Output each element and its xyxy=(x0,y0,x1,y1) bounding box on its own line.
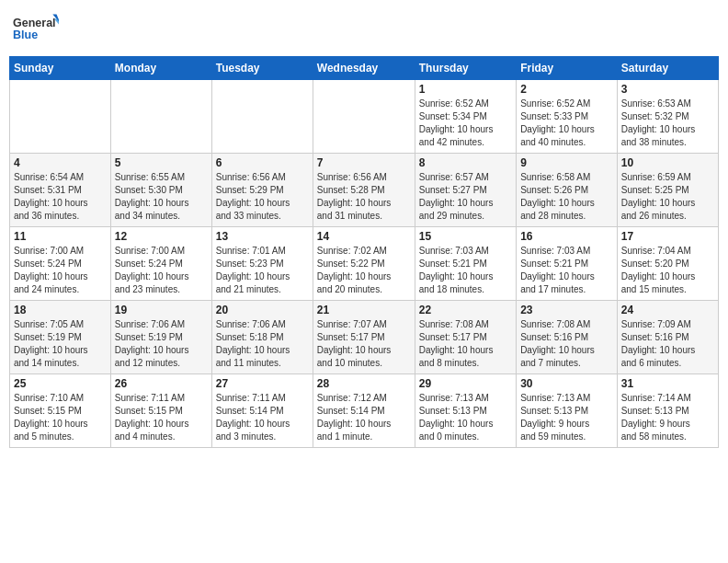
calendar-cell: 27Sunrise: 7:11 AMSunset: 5:14 PMDayligh… xyxy=(211,374,313,448)
day-info: Sunrise: 7:08 AMSunset: 5:17 PMDaylight:… xyxy=(419,318,512,370)
day-info: Sunrise: 7:14 AMSunset: 5:13 PMDaylight:… xyxy=(621,392,714,443)
calendar-cell: 25Sunrise: 7:10 AMSunset: 5:15 PMDayligh… xyxy=(10,374,111,448)
day-number: 30 xyxy=(520,377,613,390)
day-info: Sunrise: 6:59 AMSunset: 5:25 PMDaylight:… xyxy=(621,171,714,223)
calendar-cell: 14Sunrise: 7:02 AMSunset: 5:22 PMDayligh… xyxy=(313,227,415,301)
calendar-cell: 7Sunrise: 6:56 AMSunset: 5:28 PMDaylight… xyxy=(313,154,415,227)
calendar-cell: 16Sunrise: 7:03 AMSunset: 5:21 PMDayligh… xyxy=(517,227,618,301)
day-info: Sunrise: 7:10 AMSunset: 5:15 PMDaylight:… xyxy=(14,392,107,443)
calendar-cell: 26Sunrise: 7:11 AMSunset: 5:15 PMDayligh… xyxy=(110,374,211,448)
day-info: Sunrise: 6:58 AMSunset: 5:26 PMDaylight:… xyxy=(520,171,613,223)
calendar-header: SundayMondayTuesdayWednesdayThursdayFrid… xyxy=(10,57,719,80)
svg-text:Blue: Blue xyxy=(13,29,38,41)
day-number: 15 xyxy=(419,230,512,243)
calendar-cell: 18Sunrise: 7:05 AMSunset: 5:19 PMDayligh… xyxy=(10,301,111,374)
day-number: 5 xyxy=(115,156,208,169)
calendar-cell xyxy=(10,80,111,154)
calendar-table: SundayMondayTuesdayWednesdayThursdayFrid… xyxy=(9,56,719,448)
header-saturday: Saturday xyxy=(617,57,718,80)
day-info: Sunrise: 7:13 AMSunset: 5:13 PMDaylight:… xyxy=(520,392,613,443)
calendar-cell: 13Sunrise: 7:01 AMSunset: 5:23 PMDayligh… xyxy=(211,227,313,301)
day-info: Sunrise: 7:02 AMSunset: 5:22 PMDaylight:… xyxy=(317,245,411,296)
calendar-cell: 24Sunrise: 7:09 AMSunset: 5:16 PMDayligh… xyxy=(617,301,718,374)
day-info: Sunrise: 7:11 AMSunset: 5:14 PMDaylight:… xyxy=(216,392,309,443)
calendar-cell: 21Sunrise: 7:07 AMSunset: 5:17 PMDayligh… xyxy=(313,301,415,374)
calendar-cell: 17Sunrise: 7:04 AMSunset: 5:20 PMDayligh… xyxy=(617,227,718,301)
day-info: Sunrise: 6:56 AMSunset: 5:28 PMDaylight:… xyxy=(317,171,411,223)
day-number: 26 xyxy=(115,377,208,390)
header-wednesday: Wednesday xyxy=(313,57,415,80)
day-info: Sunrise: 7:00 AMSunset: 5:24 PMDaylight:… xyxy=(115,245,208,296)
day-number: 24 xyxy=(621,304,714,316)
calendar-cell: 12Sunrise: 7:00 AMSunset: 5:24 PMDayligh… xyxy=(110,227,211,301)
day-number: 18 xyxy=(14,304,107,316)
day-info: Sunrise: 7:06 AMSunset: 5:19 PMDaylight:… xyxy=(115,318,208,370)
day-number: 29 xyxy=(419,377,512,390)
day-info: Sunrise: 7:05 AMSunset: 5:19 PMDaylight:… xyxy=(14,318,107,370)
day-number: 16 xyxy=(520,230,613,243)
day-number: 17 xyxy=(621,230,714,243)
day-info: Sunrise: 7:12 AMSunset: 5:14 PMDaylight:… xyxy=(317,392,411,443)
calendar-cell: 5Sunrise: 6:55 AMSunset: 5:30 PMDaylight… xyxy=(110,154,211,227)
day-info: Sunrise: 6:52 AMSunset: 5:33 PMDaylight:… xyxy=(520,98,613,149)
day-number: 28 xyxy=(317,377,411,390)
calendar-cell: 31Sunrise: 7:14 AMSunset: 5:13 PMDayligh… xyxy=(617,374,718,448)
page-header: General Blue xyxy=(9,9,719,51)
calendar-cell: 6Sunrise: 6:56 AMSunset: 5:29 PMDaylight… xyxy=(211,154,313,227)
calendar-cell: 22Sunrise: 7:08 AMSunset: 5:17 PMDayligh… xyxy=(415,301,516,374)
day-info: Sunrise: 7:03 AMSunset: 5:21 PMDaylight:… xyxy=(520,245,613,296)
week-row-5: 25Sunrise: 7:10 AMSunset: 5:15 PMDayligh… xyxy=(10,374,719,448)
day-info: Sunrise: 7:09 AMSunset: 5:16 PMDaylight:… xyxy=(621,318,714,370)
day-info: Sunrise: 6:54 AMSunset: 5:31 PMDaylight:… xyxy=(14,171,107,223)
header-thursday: Thursday xyxy=(415,57,516,80)
calendar-cell xyxy=(110,80,211,154)
calendar-cell: 11Sunrise: 7:00 AMSunset: 5:24 PMDayligh… xyxy=(10,227,111,301)
day-number: 1 xyxy=(419,83,512,96)
calendar-cell: 30Sunrise: 7:13 AMSunset: 5:13 PMDayligh… xyxy=(517,374,618,448)
day-info: Sunrise: 6:56 AMSunset: 5:29 PMDaylight:… xyxy=(216,171,309,223)
week-row-3: 11Sunrise: 7:00 AMSunset: 5:24 PMDayligh… xyxy=(10,227,719,301)
calendar-cell: 9Sunrise: 6:58 AMSunset: 5:26 PMDaylight… xyxy=(517,154,618,227)
day-info: Sunrise: 6:52 AMSunset: 5:34 PMDaylight:… xyxy=(419,98,512,149)
day-info: Sunrise: 7:06 AMSunset: 5:18 PMDaylight:… xyxy=(216,318,309,370)
header-sunday: Sunday xyxy=(10,57,111,80)
week-row-4: 18Sunrise: 7:05 AMSunset: 5:19 PMDayligh… xyxy=(10,301,719,374)
day-info: Sunrise: 6:55 AMSunset: 5:30 PMDaylight:… xyxy=(115,171,208,223)
calendar-cell: 10Sunrise: 6:59 AMSunset: 5:25 PMDayligh… xyxy=(617,154,718,227)
day-info: Sunrise: 7:13 AMSunset: 5:13 PMDaylight:… xyxy=(419,392,512,443)
day-number: 27 xyxy=(216,377,309,390)
calendar-cell: 2Sunrise: 6:52 AMSunset: 5:33 PMDaylight… xyxy=(517,80,618,154)
day-number: 11 xyxy=(14,230,107,243)
day-info: Sunrise: 7:04 AMSunset: 5:20 PMDaylight:… xyxy=(621,245,714,296)
day-info: Sunrise: 7:03 AMSunset: 5:21 PMDaylight:… xyxy=(419,245,512,296)
day-number: 6 xyxy=(216,156,309,169)
day-number: 22 xyxy=(419,304,512,316)
calendar-cell: 28Sunrise: 7:12 AMSunset: 5:14 PMDayligh… xyxy=(313,374,415,448)
day-info: Sunrise: 7:01 AMSunset: 5:23 PMDaylight:… xyxy=(216,245,309,296)
calendar-cell: 19Sunrise: 7:06 AMSunset: 5:19 PMDayligh… xyxy=(110,301,211,374)
header-row: SundayMondayTuesdayWednesdayThursdayFrid… xyxy=(10,57,719,80)
day-info: Sunrise: 6:57 AMSunset: 5:27 PMDaylight:… xyxy=(419,171,512,223)
calendar-cell: 4Sunrise: 6:54 AMSunset: 5:31 PMDaylight… xyxy=(10,154,111,227)
day-number: 7 xyxy=(317,156,411,169)
calendar-cell xyxy=(313,80,415,154)
calendar-cell xyxy=(211,80,313,154)
day-number: 19 xyxy=(115,304,208,316)
header-monday: Monday xyxy=(110,57,211,80)
day-number: 4 xyxy=(14,156,107,169)
calendar-cell: 20Sunrise: 7:06 AMSunset: 5:18 PMDayligh… xyxy=(211,301,313,374)
day-number: 2 xyxy=(520,83,613,96)
logo: General Blue xyxy=(13,9,59,51)
svg-text:General: General xyxy=(13,17,56,29)
calendar-body: 1Sunrise: 6:52 AMSunset: 5:34 PMDaylight… xyxy=(10,80,719,448)
day-info: Sunrise: 7:08 AMSunset: 5:16 PMDaylight:… xyxy=(520,318,613,370)
day-number: 31 xyxy=(621,377,714,390)
day-number: 13 xyxy=(216,230,309,243)
day-number: 9 xyxy=(520,156,613,169)
week-row-1: 1Sunrise: 6:52 AMSunset: 5:34 PMDaylight… xyxy=(10,80,719,154)
week-row-2: 4Sunrise: 6:54 AMSunset: 5:31 PMDaylight… xyxy=(10,154,719,227)
day-number: 3 xyxy=(621,83,714,96)
day-number: 25 xyxy=(14,377,107,390)
day-number: 21 xyxy=(317,304,411,316)
day-info: Sunrise: 7:00 AMSunset: 5:24 PMDaylight:… xyxy=(14,245,107,296)
